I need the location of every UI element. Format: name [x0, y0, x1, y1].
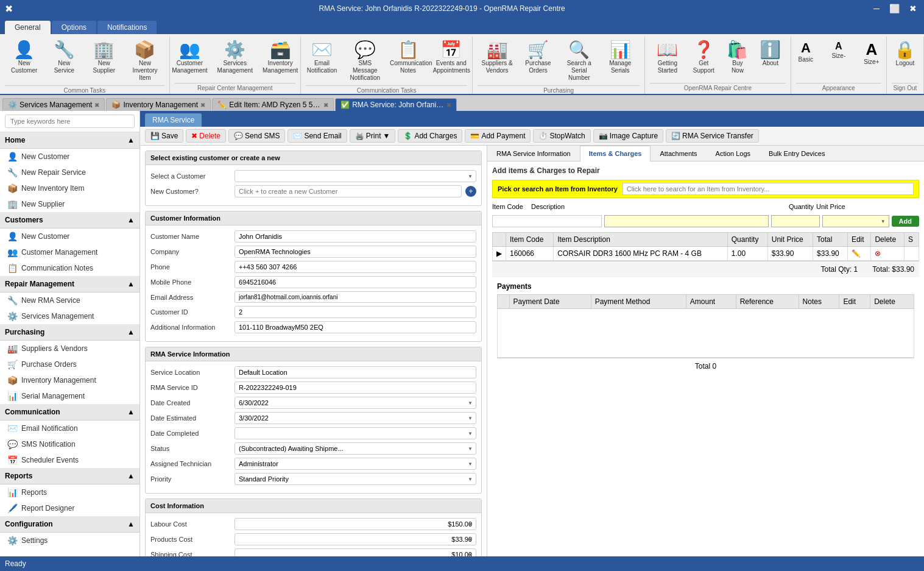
content-tab-rma[interactable]: RMA Service: [145, 113, 202, 127]
ribbon-email-notif[interactable]: ✉️ Email Notification: [302, 39, 342, 77]
right-tab-bulk-entry[interactable]: Bulk Entry Devices: [760, 146, 834, 161]
delete-row-icon[interactable]: ⊗: [875, 249, 881, 258]
sidebar-item-new-supplier[interactable]: 🏢 New Supplier: [0, 196, 139, 212]
sidebar-section-repair[interactable]: Repair Management ▲: [0, 276, 139, 293]
tab-edit-item[interactable]: ✏️ Edit Item: AMD Ryzen 5 5600G Processo…: [212, 98, 334, 111]
sidebar-item-new-customer[interactable]: 👤 New Customer: [0, 149, 139, 165]
minimize-btn[interactable]: ─: [871, 4, 882, 13]
tab-services-mgmt[interactable]: ⚙️ Services Management ✖: [2, 98, 105, 111]
tab-inventory-close[interactable]: ✖: [200, 102, 205, 108]
ribbon-size-minus[interactable]: A Size-: [823, 39, 854, 62]
company-input[interactable]: [235, 246, 476, 258]
sidebar-item-scheduler[interactable]: 📅 Scheduler Events: [0, 452, 139, 468]
technician-select[interactable]: Administrator: [235, 458, 476, 470]
tab-rma-close[interactable]: ✖: [446, 102, 451, 108]
sidebar-item-email[interactable]: ✉️ Email Notification: [0, 420, 139, 436]
ribbon-sms-notif[interactable]: 💬 SMS Message Notification: [345, 39, 386, 84]
priority-select[interactable]: Standard Priority: [235, 473, 476, 485]
print-button[interactable]: 🖨️ Print ▼: [350, 129, 396, 143]
sidebar-section-customers[interactable]: Customers ▲: [0, 212, 139, 229]
close-btn[interactable]: ✖: [907, 4, 919, 13]
ribbon-size-plus[interactable]: A Size+: [856, 39, 887, 68]
sidebar-item-purchase-orders[interactable]: 🛒 Purchase Orders: [0, 356, 139, 372]
service-location-input[interactable]: [235, 366, 476, 378]
shipping-cost-input[interactable]: [235, 548, 476, 556]
item-qty-entry[interactable]: 0,00: [771, 215, 820, 227]
additional-info-input[interactable]: [235, 321, 476, 333]
sidebar-item-customer-new[interactable]: 👤 New Customer: [0, 229, 139, 244]
ribbon-buy-now[interactable]: 🛍️ Buy Now: [722, 39, 753, 77]
add-charges-button[interactable]: 💲 Add Charges: [398, 129, 462, 143]
sidebar-item-customer-mgmt[interactable]: 👥 Customer Management: [0, 244, 139, 260]
right-tab-attachments[interactable]: Attachments: [651, 146, 706, 161]
sidebar-item-serial-mgmt[interactable]: 📊 Serial Management: [0, 388, 139, 404]
email-input[interactable]: [235, 291, 476, 303]
date-created-input[interactable]: [235, 397, 476, 409]
customer-name-input[interactable]: [235, 230, 476, 243]
sidebar-search-input[interactable]: [5, 115, 135, 128]
ribbon-basic[interactable]: A Basic: [791, 39, 821, 66]
right-tab-rma-info[interactable]: RMA Service Information: [487, 146, 580, 161]
delete-button[interactable]: ✖ Delete: [186, 129, 226, 143]
tab-edit-close[interactable]: ✖: [323, 102, 328, 108]
ribbon-about[interactable]: ℹ️ About: [755, 39, 786, 69]
right-tab-items[interactable]: Items & Charges: [580, 146, 651, 161]
customer-select-dropdown[interactable]: [235, 170, 476, 182]
restore-btn[interactable]: ⬜: [887, 4, 902, 13]
new-customer-plus-btn[interactable]: +: [465, 186, 476, 197]
ribbon-getting-started[interactable]: 📖 Getting Started: [650, 39, 685, 77]
ribbon-suppliers[interactable]: 🏭 Suppliers & Vendors: [478, 39, 516, 77]
sidebar-item-inventory-mgmt[interactable]: 📦 Inventory Management: [0, 372, 139, 388]
sidebar-item-settings[interactable]: ⚙️ Settings: [0, 533, 139, 548]
ribbon-inventory-mgmt[interactable]: 🗃️ Inventory Management: [259, 39, 302, 77]
ribbon-manage-serials[interactable]: 📊 Manage Serials: [601, 39, 640, 77]
edit-icon[interactable]: ✏️: [852, 249, 861, 258]
unit-price-dropdown[interactable]: [822, 215, 889, 227]
tab-services-close[interactable]: ✖: [94, 102, 99, 108]
sidebar-item-sms[interactable]: 💬 SMS Notification: [0, 436, 139, 452]
sidebar-item-report-designer[interactable]: 🖊️ Report Designer: [0, 500, 139, 516]
save-button[interactable]: 💾 Save: [145, 129, 183, 143]
sidebar-item-new-repair[interactable]: 🔧 New Repair Service: [0, 165, 139, 180]
sidebar-section-reports[interactable]: Reports ▲: [0, 468, 139, 484]
sidebar-item-new-inventory[interactable]: 📦 New Inventory Item: [0, 180, 139, 196]
sidebar-section-purchasing[interactable]: Purchasing ▲: [0, 324, 139, 341]
sidebar-item-suppliers[interactable]: 🏭 Suppliers & Vendors: [0, 341, 139, 356]
sidebar-section-communication[interactable]: Communication ▲: [0, 404, 139, 420]
send-sms-button[interactable]: 💬 Send SMS: [228, 129, 285, 143]
sidebar-section-config[interactable]: Configuration ▲: [0, 516, 139, 533]
ribbon-customer-mgmt[interactable]: 👥 Customer Management: [168, 39, 211, 77]
new-customer-input[interactable]: [235, 185, 462, 197]
ribbon-new-inventory[interactable]: 📦 New Inventory Item: [125, 39, 164, 84]
inventory-search-input[interactable]: [622, 183, 914, 195]
ribbon-get-support[interactable]: ❓ Get Support: [688, 39, 720, 77]
tab-inventory-mgmt[interactable]: 📦 Inventory Management ✖: [106, 98, 211, 111]
rma-transfer-button[interactable]: 🔄 RMA Service Transfer: [666, 129, 759, 143]
image-capture-button[interactable]: 📷 Image Capture: [593, 129, 663, 143]
date-completed-input[interactable]: [235, 427, 476, 439]
tab-notifications[interactable]: Notifications: [97, 21, 157, 34]
sidebar-item-services-mgmt[interactable]: ⚙️ Services Management: [0, 308, 139, 324]
ribbon-search-serial[interactable]: 🔍 Search a Serial Number: [560, 39, 598, 84]
item-code-entry[interactable]: [492, 215, 602, 227]
stopwatch-button[interactable]: ⏱️ StopWatch: [533, 129, 590, 143]
ribbon-new-service[interactable]: 🔧 New Service: [46, 39, 82, 77]
tab-options[interactable]: Options: [52, 21, 96, 34]
tab-general[interactable]: General: [5, 21, 51, 34]
products-cost-input[interactable]: [235, 533, 476, 545]
add-payment-button[interactable]: 💳 Add Payment: [465, 129, 531, 143]
ribbon-logout[interactable]: 🔒 Logout: [890, 39, 920, 69]
phone-input[interactable]: [235, 261, 476, 273]
date-estimated-input[interactable]: [235, 412, 476, 424]
right-tab-action-logs[interactable]: Action Logs: [707, 146, 760, 161]
status-select[interactable]: (Subcontracted) Awaiting Shipme...: [235, 442, 476, 455]
sidebar-item-new-rma[interactable]: 🔧 New RMA Service: [0, 293, 139, 308]
sidebar-section-home[interactable]: Home ▲: [0, 132, 139, 149]
ribbon-purchase-orders[interactable]: 🛒 Purchase Orders: [519, 39, 557, 77]
mobile-input[interactable]: [235, 276, 476, 288]
sidebar-item-comm-notes[interactable]: 📋 Communication Notes: [0, 260, 139, 276]
ribbon-events[interactable]: 📅 Events and Appointments: [431, 39, 471, 77]
item-desc-entry[interactable]: [604, 215, 769, 227]
ribbon-new-customer[interactable]: 👤 New Customer: [5, 39, 43, 77]
labour-cost-input[interactable]: [235, 518, 476, 530]
